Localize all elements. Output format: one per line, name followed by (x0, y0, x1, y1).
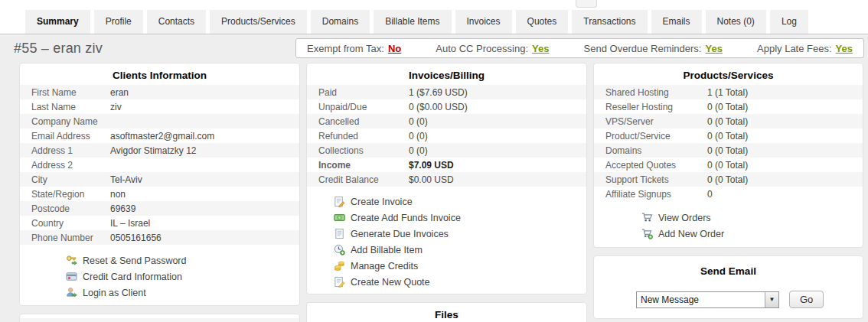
field-label: Income (307, 158, 409, 172)
table-row: First Nameeran (20, 85, 299, 99)
page-icon (334, 228, 345, 239)
link-label: Add New Order (658, 229, 724, 239)
field-label: Postcode (20, 201, 110, 216)
field-label: Credit Balance (307, 172, 409, 187)
field-value: 0 (0 Total) (707, 172, 863, 187)
flag-exempt-from-tax-toggle[interactable]: No (388, 43, 401, 54)
clock-add-icon (334, 244, 345, 255)
cart-add-icon (641, 228, 653, 239)
field-label: Shared Hosting (594, 85, 707, 99)
table-row: Domains0 (0 Total) (594, 143, 863, 158)
add-new-order-link[interactable]: Add New Order (641, 226, 863, 242)
client-header-bar: #55 – eran ziv Exempt from Tax:No Auto C… (0, 34, 868, 63)
field-value: Avigdor Stimatzky 12 (110, 143, 299, 158)
email-template-select[interactable]: New Message ▼ (636, 291, 779, 308)
table-row: Address 2 (20, 158, 299, 172)
field-value (110, 114, 299, 128)
field-value: $7.09 USD (409, 158, 586, 172)
create-new-quote-link[interactable]: Create New Quote (334, 274, 586, 290)
user-go-icon (66, 287, 77, 298)
add-billable-item-link[interactable]: Add Billable Item (334, 242, 586, 258)
table-row: Collections0 (0) (307, 143, 586, 158)
tab-notes[interactable]: Notes (0) (706, 10, 766, 34)
table-row: Accepted Quotes0 (0 Total) (594, 158, 863, 172)
field-value: $0.00 USD (409, 172, 586, 187)
field-value: 0 (0) (409, 143, 586, 158)
link-label: Manage Credits (351, 261, 418, 272)
money-icon (334, 212, 345, 223)
field-value: 0 ($0.00 USD) (409, 99, 586, 114)
tab-emails[interactable]: Emails (651, 10, 702, 34)
field-label: Affiliate Signups (594, 187, 707, 201)
flag-label: Apply Late Fees: (757, 43, 832, 54)
clients-information-column: Clients Information First Nameeran Last … (19, 63, 300, 322)
tab-domains[interactable]: Domains (311, 10, 370, 34)
send-email-controls: New Message ▼ Go (636, 291, 863, 308)
tab-profile[interactable]: Profile (94, 10, 143, 34)
table-row: Support Tickets0 (0 Total) (594, 172, 863, 187)
tab-quotes[interactable]: Quotes (516, 10, 569, 34)
create-invoice-link[interactable]: Create Invoice (334, 194, 586, 210)
flag-late-fees-toggle[interactable]: Yes (836, 43, 853, 54)
flag-label: Send Overdue Reminders: (584, 43, 702, 54)
link-label: Create New Quote (351, 277, 430, 288)
go-button[interactable]: Go (789, 291, 824, 308)
flag-auto-cc-toggle[interactable]: Yes (532, 43, 549, 54)
order-action-links: View Orders Add New Order (641, 201, 863, 247)
field-label: Accepted Quotes (594, 158, 707, 172)
field-value: 0 (0 Total) (707, 158, 863, 172)
field-label: Support Tickets (594, 172, 707, 187)
table-row: State/Regionnon (20, 187, 299, 201)
reset-send-password-link[interactable]: Reset & Send Password (66, 252, 299, 268)
files-title: Files (307, 303, 586, 322)
flag-send-overdue-reminders: Send Overdue Reminders:Yes (584, 43, 723, 54)
tab-transactions[interactable]: Transactions (572, 10, 647, 34)
field-value: 0 (0 Total) (707, 143, 863, 158)
view-orders-link[interactable]: View Orders (641, 210, 863, 226)
table-row: Credit Balance$0.00 USD (307, 172, 586, 187)
invoices-billing-table: Paid1 ($7.69 USD) Unpaid/Due0 ($0.00 USD… (307, 85, 586, 187)
tab-contacts[interactable]: Contacts (147, 10, 206, 34)
link-label: Login as Client (83, 288, 146, 298)
field-label: Product/Service (594, 128, 707, 143)
table-row: VPS/Server0 (0 Total) (594, 114, 863, 128)
generate-due-invoices-link[interactable]: Generate Due Invoices (334, 226, 586, 242)
field-value: ziv (110, 99, 299, 114)
table-row: Unpaid/Due0 ($0.00 USD) (307, 99, 586, 114)
chevron-down-icon[interactable]: ▼ (765, 292, 778, 307)
field-label: Collections (307, 143, 409, 158)
field-label: Domains (594, 143, 707, 158)
field-value: IL – Israel (110, 216, 299, 230)
flag-overdue-reminders-toggle[interactable]: Yes (705, 43, 722, 54)
field-value: 0 (707, 187, 863, 201)
field-value: Tel-Aviv (110, 172, 299, 187)
field-value: 0 (0 Total) (707, 99, 863, 114)
field-label: Unpaid/Due (307, 99, 409, 114)
tab-billable-items[interactable]: Billable Items (374, 10, 451, 34)
tab-products-services[interactable]: Products/Services (210, 10, 307, 34)
table-row: Reseller Hosting0 (0 Total) (594, 99, 863, 114)
credit-card-icon (66, 271, 77, 282)
clients-information-panel: Clients Information First Nameeran Last … (19, 63, 300, 306)
field-value: 0 (0) (409, 128, 586, 143)
tab-summary[interactable]: Summary (25, 10, 90, 34)
tab-log[interactable]: Log (770, 10, 808, 34)
link-label: Create Add Funds Invoice (351, 213, 461, 223)
field-label: State/Region (20, 187, 110, 201)
flag-label: Exempt from Tax: (307, 43, 384, 54)
field-value: non (110, 187, 299, 201)
tab-invoices[interactable]: Invoices (455, 10, 512, 34)
field-value: 1 ($7.69 USD) (409, 85, 586, 99)
create-add-funds-invoice-link[interactable]: Create Add Funds Invoice (334, 210, 586, 226)
link-label: Reset & Send Password (83, 255, 187, 266)
table-row: Company Name (20, 114, 299, 128)
login-as-client-link[interactable]: Login as Client (66, 285, 299, 301)
cart-icon (641, 212, 653, 223)
files-panel: Files (306, 302, 587, 322)
manage-credits-link[interactable]: Manage Credits (334, 258, 586, 274)
truncated-top-element (576, 0, 597, 8)
table-row: Paid1 ($7.69 USD) (307, 85, 586, 99)
credit-card-information-link[interactable]: Credit Card Information (66, 268, 299, 285)
field-label: City (20, 172, 110, 187)
flag-exempt-from-tax: Exempt from Tax:No (307, 43, 401, 54)
